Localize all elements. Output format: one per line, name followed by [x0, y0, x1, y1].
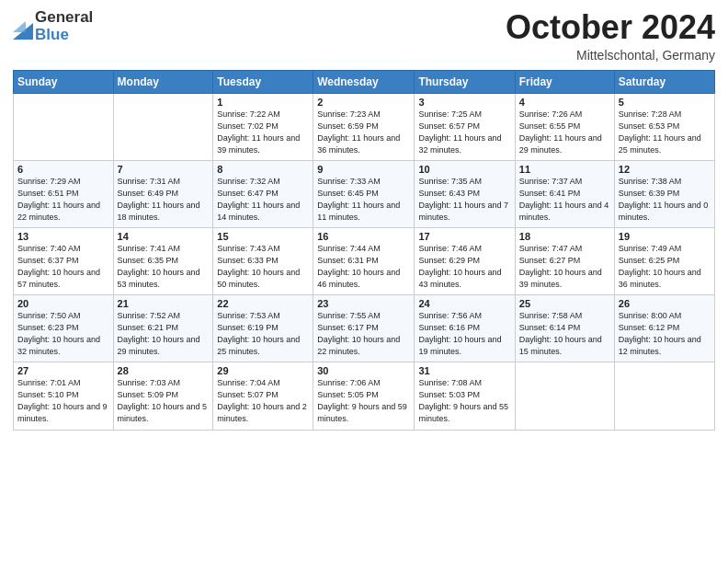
- day-info: Sunrise: 7:58 AM Sunset: 6:14 PM Dayligh…: [519, 310, 610, 358]
- day-info: Sunrise: 8:00 AM Sunset: 6:12 PM Dayligh…: [619, 310, 711, 358]
- calendar-cell: 24Sunrise: 7:56 AM Sunset: 6:16 PM Dayli…: [415, 295, 515, 362]
- day-info: Sunrise: 7:37 AM Sunset: 6:41 PM Dayligh…: [519, 176, 610, 224]
- calendar-cell: 16Sunrise: 7:44 AM Sunset: 6:31 PM Dayli…: [313, 227, 415, 294]
- day-info: Sunrise: 7:06 AM Sunset: 5:05 PM Dayligh…: [317, 377, 410, 425]
- calendar-cell: 12Sunrise: 7:38 AM Sunset: 6:39 PM Dayli…: [614, 160, 714, 227]
- day-number: 24: [418, 298, 510, 309]
- day-number: 22: [217, 298, 309, 309]
- day-number: 11: [519, 164, 610, 175]
- day-number: 14: [118, 231, 210, 242]
- col-tuesday: Tuesday: [213, 70, 313, 93]
- calendar: Sunday Monday Tuesday Wednesday Thursday…: [13, 70, 715, 431]
- day-number: 3: [418, 97, 510, 108]
- day-number: 8: [217, 164, 309, 175]
- col-sunday: Sunday: [14, 70, 114, 93]
- day-info: Sunrise: 7:47 AM Sunset: 6:27 PM Dayligh…: [519, 243, 610, 291]
- calendar-cell: 21Sunrise: 7:52 AM Sunset: 6:21 PM Dayli…: [113, 295, 213, 362]
- calendar-week-row: 6Sunrise: 7:29 AM Sunset: 6:51 PM Daylig…: [14, 160, 715, 227]
- day-info: Sunrise: 7:52 AM Sunset: 6:21 PM Dayligh…: [118, 310, 210, 358]
- day-number: 4: [519, 97, 610, 108]
- logo-icon: [13, 14, 33, 40]
- day-info: Sunrise: 7:43 AM Sunset: 6:33 PM Dayligh…: [217, 243, 309, 291]
- day-info: Sunrise: 7:41 AM Sunset: 6:35 PM Dayligh…: [118, 243, 210, 291]
- day-info: Sunrise: 7:03 AM Sunset: 5:09 PM Dayligh…: [118, 377, 210, 425]
- day-info: Sunrise: 7:44 AM Sunset: 6:31 PM Dayligh…: [317, 243, 410, 291]
- calendar-cell: 23Sunrise: 7:55 AM Sunset: 6:17 PM Dayli…: [313, 295, 415, 362]
- day-info: Sunrise: 7:04 AM Sunset: 5:07 PM Dayligh…: [217, 377, 309, 425]
- calendar-cell: 15Sunrise: 7:43 AM Sunset: 6:33 PM Dayli…: [213, 227, 313, 294]
- calendar-cell: 18Sunrise: 7:47 AM Sunset: 6:27 PM Dayli…: [515, 227, 614, 294]
- day-number: 13: [17, 231, 109, 242]
- day-info: Sunrise: 7:32 AM Sunset: 6:47 PM Dayligh…: [217, 176, 309, 224]
- col-saturday: Saturday: [614, 70, 714, 93]
- day-info: Sunrise: 7:26 AM Sunset: 6:55 PM Dayligh…: [519, 109, 610, 156]
- calendar-cell: 20Sunrise: 7:50 AM Sunset: 6:23 PM Dayli…: [14, 295, 114, 362]
- day-number: 19: [619, 231, 711, 242]
- calendar-cell: 31Sunrise: 7:08 AM Sunset: 5:03 PM Dayli…: [415, 362, 515, 430]
- location: Mittelschontal, Germany: [506, 48, 715, 63]
- svg-marker-1: [13, 21, 26, 32]
- logo-text: General Blue: [35, 9, 93, 43]
- calendar-header-row: Sunday Monday Tuesday Wednesday Thursday…: [14, 70, 715, 93]
- day-info: Sunrise: 7:29 AM Sunset: 6:51 PM Dayligh…: [17, 176, 109, 224]
- day-info: Sunrise: 7:56 AM Sunset: 6:16 PM Dayligh…: [418, 310, 510, 358]
- calendar-week-row: 1Sunrise: 7:22 AM Sunset: 7:02 PM Daylig…: [14, 93, 715, 160]
- calendar-cell: 28Sunrise: 7:03 AM Sunset: 5:09 PM Dayli…: [113, 362, 213, 430]
- day-number: 25: [519, 298, 610, 309]
- day-number: 17: [418, 231, 510, 242]
- day-info: Sunrise: 7:50 AM Sunset: 6:23 PM Dayligh…: [17, 310, 109, 358]
- calendar-cell: 22Sunrise: 7:53 AM Sunset: 6:19 PM Dayli…: [213, 295, 313, 362]
- day-info: Sunrise: 7:49 AM Sunset: 6:25 PM Dayligh…: [619, 243, 711, 291]
- calendar-week-row: 20Sunrise: 7:50 AM Sunset: 6:23 PM Dayli…: [14, 295, 715, 362]
- header: General Blue October 2024 Mittelschontal…: [13, 9, 715, 63]
- logo-general-text: General: [35, 9, 93, 27]
- calendar-cell: 2Sunrise: 7:23 AM Sunset: 6:59 PM Daylig…: [313, 93, 415, 160]
- day-number: 26: [619, 298, 711, 309]
- day-number: 30: [317, 365, 410, 376]
- calendar-cell: 25Sunrise: 7:58 AM Sunset: 6:14 PM Dayli…: [515, 295, 614, 362]
- day-info: Sunrise: 7:40 AM Sunset: 6:37 PM Dayligh…: [17, 243, 109, 291]
- day-info: Sunrise: 7:23 AM Sunset: 6:59 PM Dayligh…: [317, 109, 410, 156]
- calendar-cell: [113, 93, 213, 160]
- logo: General Blue: [13, 9, 93, 43]
- day-info: Sunrise: 7:38 AM Sunset: 6:39 PM Dayligh…: [619, 176, 711, 224]
- calendar-cell: 4Sunrise: 7:26 AM Sunset: 6:55 PM Daylig…: [515, 93, 614, 160]
- day-number: 6: [17, 164, 109, 175]
- col-friday: Friday: [515, 70, 614, 93]
- calendar-cell: 26Sunrise: 8:00 AM Sunset: 6:12 PM Dayli…: [614, 295, 714, 362]
- day-number: 7: [118, 164, 210, 175]
- calendar-cell: 13Sunrise: 7:40 AM Sunset: 6:37 PM Dayli…: [14, 227, 114, 294]
- calendar-cell: 1Sunrise: 7:22 AM Sunset: 7:02 PM Daylig…: [213, 93, 313, 160]
- calendar-cell: 3Sunrise: 7:25 AM Sunset: 6:57 PM Daylig…: [415, 93, 515, 160]
- calendar-cell: 17Sunrise: 7:46 AM Sunset: 6:29 PM Dayli…: [415, 227, 515, 294]
- calendar-cell: 27Sunrise: 7:01 AM Sunset: 5:10 PM Dayli…: [14, 362, 114, 430]
- page: General Blue October 2024 Mittelschontal…: [0, 0, 728, 563]
- day-number: 9: [317, 164, 410, 175]
- calendar-cell: 7Sunrise: 7:31 AM Sunset: 6:49 PM Daylig…: [113, 160, 213, 227]
- month-title: October 2024: [506, 9, 715, 46]
- day-number: 10: [418, 164, 510, 175]
- day-info: Sunrise: 7:55 AM Sunset: 6:17 PM Dayligh…: [317, 310, 410, 358]
- col-thursday: Thursday: [415, 70, 515, 93]
- day-number: 23: [317, 298, 410, 309]
- day-number: 15: [217, 231, 309, 242]
- day-number: 16: [317, 231, 410, 242]
- day-number: 12: [619, 164, 711, 175]
- day-info: Sunrise: 7:08 AM Sunset: 5:03 PM Dayligh…: [418, 377, 510, 425]
- calendar-cell: [614, 362, 714, 430]
- calendar-week-row: 27Sunrise: 7:01 AM Sunset: 5:10 PM Dayli…: [14, 362, 715, 430]
- calendar-cell: 14Sunrise: 7:41 AM Sunset: 6:35 PM Dayli…: [113, 227, 213, 294]
- title-block: October 2024 Mittelschontal, Germany: [506, 9, 715, 63]
- day-info: Sunrise: 7:28 AM Sunset: 6:53 PM Dayligh…: [619, 109, 711, 156]
- day-number: 31: [418, 365, 510, 376]
- calendar-cell: 11Sunrise: 7:37 AM Sunset: 6:41 PM Dayli…: [515, 160, 614, 227]
- day-info: Sunrise: 7:33 AM Sunset: 6:45 PM Dayligh…: [317, 176, 410, 224]
- day-number: 1: [217, 97, 309, 108]
- calendar-cell: 8Sunrise: 7:32 AM Sunset: 6:47 PM Daylig…: [213, 160, 313, 227]
- day-info: Sunrise: 7:53 AM Sunset: 6:19 PM Dayligh…: [217, 310, 309, 358]
- calendar-cell: [14, 93, 114, 160]
- day-info: Sunrise: 7:35 AM Sunset: 6:43 PM Dayligh…: [418, 176, 510, 224]
- day-number: 2: [317, 97, 410, 108]
- day-number: 27: [17, 365, 109, 376]
- calendar-cell: 5Sunrise: 7:28 AM Sunset: 6:53 PM Daylig…: [614, 93, 714, 160]
